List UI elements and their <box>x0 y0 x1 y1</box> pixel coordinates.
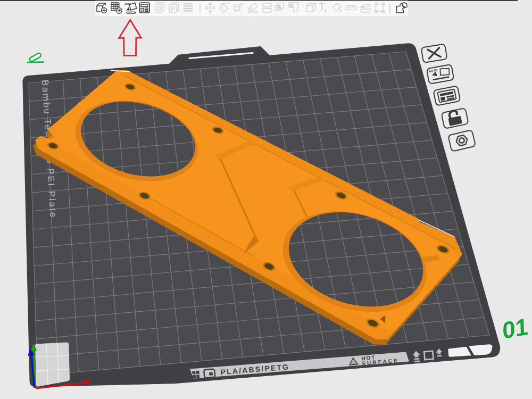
svg-text:O: O <box>157 5 161 12</box>
svg-text:01: 01 <box>502 313 529 344</box>
svg-text:P: P <box>171 5 175 12</box>
